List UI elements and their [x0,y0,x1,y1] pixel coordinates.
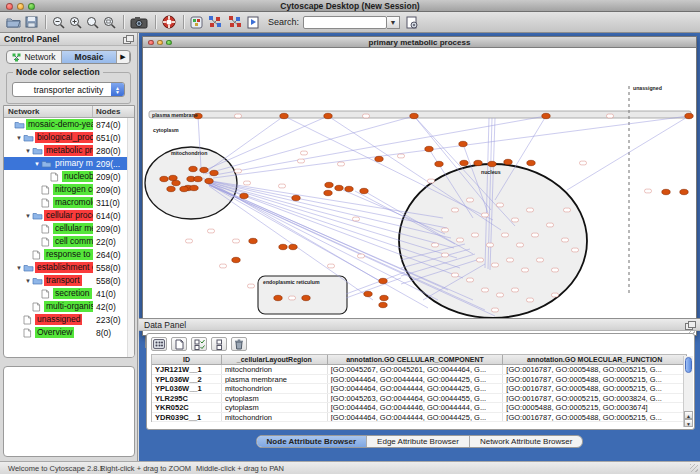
tree-expand-icon[interactable]: ▼ [16,265,23,271]
network-canvas[interactable]: plasma membranecytoplasmmitochondrionnuc… [143,48,696,336]
snapshot-icon[interactable] [130,14,148,31]
tree-row[interactable]: unassigned223(0) [4,313,134,326]
more-tabs-arrow-icon[interactable]: ▶ [117,51,130,63]
tree-row[interactable]: ▼biological_process651(0) [4,131,134,144]
network-window-titlebar[interactable]: primary metabolic process [143,37,696,48]
attribute-select-icon[interactable] [151,337,167,351]
attribute-select-all-icon[interactable] [191,337,207,351]
zoom-in-icon[interactable] [69,14,82,31]
tab-mosaic[interactable]: Mosaic [62,51,117,63]
table-column-header[interactable]: annotation.GO MOLECULAR_FUNCTION [503,355,687,364]
table-cell-cc: [GO:0044464, GO:0044444, GO:0044425, G..… [328,375,504,384]
tab-network[interactable]: Network [7,51,62,63]
table-column-header[interactable]: annotation.GO CELLULAR_COMPONENT [328,355,504,364]
search-options-icon[interactable] [406,14,418,31]
save-icon[interactable] [25,14,38,31]
tree-row[interactable]: ▼establishment of lo558(0) [4,261,134,274]
node [240,193,248,198]
scrollbar-thumb[interactable] [685,357,692,373]
tree-row[interactable]: cellular metabol209(0) [4,222,134,235]
tree-scrollbar[interactable] [127,118,134,357]
table-cell-region: cytoplasm [222,403,328,412]
tree-row[interactable]: ▼transport558(0) [4,274,134,287]
table-row[interactable]: YPL036W__1mitochondrion[GO:0044464, GO:0… [152,384,687,394]
compartment-label-mitochondrion: mitochondrion [171,150,207,156]
tree-row-nodes-count: 22(0) [96,237,116,247]
table-cell-id: YPL036W__2 [152,375,222,384]
node-color-selected-value: transporter activity [34,85,103,95]
open-icon[interactable] [6,14,21,31]
tab-edge-attribute-browser[interactable]: Edge Attribute Browser [367,436,470,447]
table-cell-cc: [GO:0044464, GO:0044446, GO:0044444, G..… [328,403,504,412]
table-cell-id: YLR295C [152,394,222,403]
table-column-header[interactable]: ID [152,355,222,364]
tree-row[interactable]: macromolecule311(0) [4,196,134,209]
tree-expand-icon[interactable]: ▼ [25,278,32,284]
scroll-up-icon[interactable]: ▲ [684,411,693,419]
node-label [552,293,559,297]
zoom-fit-icon[interactable] [103,14,116,31]
node [435,161,443,166]
table-column-header[interactable]: _cellularLayoutRegion [222,355,328,364]
search-label: Search: [268,17,299,27]
tree-expand-icon[interactable]: ▼ [16,135,23,141]
attribute-unselect-all-icon[interactable] [211,337,227,351]
node [302,295,310,300]
attribute-create-icon[interactable] [171,337,187,351]
table-row[interactable]: YLR295Ccytoplasm[GO:0045263, GO:0044464,… [152,394,687,404]
tree-row-label: secretion [53,288,92,299]
cytopanel-icon[interactable] [190,14,203,31]
table-row[interactable]: YDR039C__1mitochondrion[GO:0044464, GO:0… [152,413,687,423]
network-leaf-icon [32,250,44,260]
network-view-window[interactable]: primary metabolic process plasma membran… [142,36,697,336]
window-titlebar[interactable]: Cytoscape Desktop (New Session) [0,0,700,12]
node [379,302,387,307]
attribute-table[interactable]: ID_cellularLayoutRegionannotation.GO CEL… [151,354,687,422]
tree-row[interactable]: ▼metabolic process280(0) [4,144,134,157]
help-icon[interactable] [162,14,176,31]
tree-row[interactable]: nitrogen compo209(0) [4,183,134,196]
tree-expand-icon[interactable]: ▼ [25,148,32,154]
attribute-delete-icon[interactable] [231,337,247,351]
tree-row[interactable]: mosaic-demo-yeast874(0) [4,118,134,131]
network-leaf-icon [41,185,53,195]
resize-grip-icon[interactable] [690,464,698,472]
layout-red-icon[interactable] [227,14,243,31]
float-panel-icon[interactable] [685,321,695,329]
tree-row[interactable]: Overview8(0) [4,326,134,339]
tree-row[interactable]: multi-organism pro42(0) [4,300,134,313]
tab-node-attribute-browser[interactable]: Node Attribute Browser [257,436,368,447]
tree-row[interactable]: secretion41(0) [4,287,134,300]
tree-expand-icon[interactable]: ▼ [34,161,41,167]
table-scrollbar[interactable]: ▲ ▼ [683,356,693,427]
tree-row[interactable]: response to stimulu264(0) [4,248,134,261]
zoom-out-icon[interactable] [52,14,65,31]
scroll-down-icon[interactable]: ▼ [684,419,693,427]
tree-row-nodes-count: 8(0) [96,328,111,338]
node-color-select[interactable]: transporter activity ▲▼ [12,82,125,97]
table-row[interactable]: YKR052Ccytoplasm[GO:0044464, GO:0044446,… [152,403,687,413]
birdseye-view-panel[interactable] [3,366,135,457]
search-dropdown-icon[interactable]: ▼ [387,16,400,29]
layout-blue-icon[interactable] [207,14,223,31]
float-panel-icon[interactable] [123,35,133,43]
search-input[interactable] [303,16,387,29]
tree-row-label: response to stimulu [44,249,93,260]
table-cell-cc: [GO:0045267, GO:0045261, GO:0044464, G..… [328,365,504,374]
manage-networks-icon[interactable] [247,14,260,31]
table-row[interactable]: YPL036W__2plasma membrane[GO:0044464, GO… [152,375,687,385]
node [504,159,512,164]
tree-row[interactable]: nucleobase-209(0) [4,170,134,183]
zoom-selected-icon[interactable] [86,14,99,31]
tab-network-attribute-browser[interactable]: Network Attribute Browser [470,436,582,447]
table-row[interactable]: YJR121W__1mitochondrion[GO:0045267, GO:0… [152,365,687,375]
node [205,178,213,183]
tree-row-nodes-count: 209(0) [96,224,121,234]
tree-expand-icon[interactable]: ▼ [25,213,32,219]
table-cell-cc: [GO:0045263, GO:0044464, GO:0044455, G..… [328,394,504,403]
node-label [298,159,305,163]
tree-row[interactable]: cell communicat22(0) [4,235,134,248]
tree-header[interactable]: Network Nodes [4,106,134,118]
tree-row[interactable]: ▼primary metabolic209(... [4,157,134,170]
tree-row[interactable]: ▼cellular process614(0) [4,209,134,222]
